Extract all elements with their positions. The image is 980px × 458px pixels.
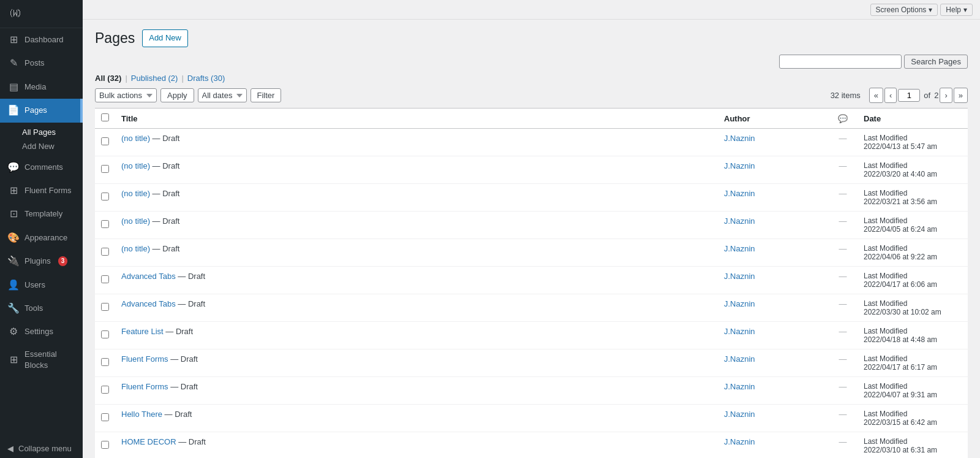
row-checkbox[interactable] — [101, 358, 109, 366]
page-number-input[interactable] — [898, 89, 920, 102]
row-checkbox[interactable] — [101, 441, 109, 449]
page-title-link[interactable]: Feature List — [121, 327, 164, 336]
author-link[interactable]: J.Naznin — [724, 437, 755, 446]
sidebar-item-users[interactable]: 👤 Users — [0, 273, 83, 297]
author-link[interactable]: J.Naznin — [724, 272, 755, 281]
sidebar-item-posts[interactable]: ✎ Posts — [0, 52, 83, 75]
date-value: 2022/03/21 at 3:56 am — [864, 197, 962, 206]
page-title-link[interactable]: Hello There — [121, 410, 162, 419]
sidebar-sub-add-new[interactable]: Add New — [22, 139, 83, 153]
row-checkbox-cell — [95, 432, 115, 458]
author-link[interactable]: J.Naznin — [724, 354, 755, 364]
table-controls: Bulk actions Apply All dates Filter 32 i… — [95, 88, 968, 104]
comments-icon: 💬 — [7, 161, 20, 174]
row-checkbox[interactable] — [101, 248, 109, 256]
author-link[interactable]: J.Naznin — [724, 134, 755, 143]
row-date-cell: Last Modified 2022/04/18 at 4:48 am — [858, 322, 968, 349]
page-title-link[interactable]: (no title) — [121, 134, 150, 143]
page-title-link[interactable]: (no title) — [121, 244, 150, 253]
author-link[interactable]: J.Naznin — [724, 327, 755, 336]
last-page-button[interactable]: » — [954, 88, 968, 104]
add-new-button[interactable]: Add New — [142, 29, 188, 47]
filter-drafts[interactable]: Drafts (30) — [187, 74, 225, 83]
sidebar-item-fluent-forms[interactable]: ⊞ Fluent Forms — [0, 179, 83, 202]
row-checkbox[interactable] — [101, 330, 109, 338]
row-checkbox[interactable] — [101, 386, 109, 394]
comment-bubble-icon: 💬 — [838, 114, 848, 123]
row-checkbox-cell — [95, 294, 115, 322]
date-value: 2022/03/30 at 10:02 am — [864, 308, 962, 316]
bulk-actions-select[interactable]: Bulk actions — [95, 88, 157, 102]
author-link[interactable]: J.Naznin — [724, 161, 755, 170]
filter-published[interactable]: Published (2) — [131, 74, 178, 83]
col-author-header[interactable]: Author — [718, 109, 828, 129]
date-filter-select[interactable]: All dates — [198, 88, 247, 102]
page-title-link[interactable]: Fluent Forms — [121, 354, 168, 364]
row-checkbox[interactable] — [101, 220, 109, 228]
first-page-button[interactable]: « — [869, 88, 883, 104]
wordpress-icon: 🄦 — [10, 7, 21, 20]
next-page-button[interactable]: › — [940, 88, 952, 104]
sidebar-item-media[interactable]: ▤ Media — [0, 75, 83, 99]
author-link[interactable]: J.Naznin — [724, 244, 755, 253]
page-title-link[interactable]: Advanced Tabs — [121, 272, 176, 281]
page-title-link[interactable]: HOME DECOR — [121, 437, 176, 446]
help-button[interactable]: Help ▾ — [940, 4, 973, 16]
sidebar-item-settings[interactable]: ⚙ Settings — [0, 320, 83, 343]
row-title-cell: (no title) — Draft — [115, 212, 718, 239]
prev-page-button[interactable]: ‹ — [884, 88, 897, 104]
apply-button[interactable]: Apply — [160, 88, 194, 102]
select-all-checkbox[interactable] — [101, 113, 109, 121]
table-controls-left: Bulk actions Apply All dates Filter — [95, 88, 281, 102]
page-title-link[interactable]: Advanced Tabs — [121, 299, 176, 308]
author-link[interactable]: J.Naznin — [724, 216, 755, 226]
sidebar-pages-submenu: All Pages Add New — [0, 123, 83, 156]
page-status: — Draft — [153, 244, 180, 253]
filter-all[interactable]: All (32) — [95, 74, 121, 83]
screen-options-button[interactable]: Screen Options ▾ — [870, 4, 938, 16]
row-checkbox[interactable] — [101, 413, 109, 421]
row-checkbox[interactable] — [101, 137, 109, 145]
row-checkbox[interactable] — [101, 303, 109, 311]
row-author-cell: J.Naznin — [718, 349, 828, 377]
row-checkbox-cell — [95, 322, 115, 349]
comment-dash: — — [839, 244, 847, 253]
page-title-link[interactable]: (no title) — [121, 189, 150, 198]
sidebar-item-appearance[interactable]: 🎨 Appearance — [0, 226, 83, 250]
sidebar-item-templately[interactable]: ⊡ Templately — [0, 202, 83, 226]
row-checkbox[interactable] — [101, 193, 109, 200]
row-date-cell: Last Modified 2022/03/21 at 3:56 am — [858, 184, 968, 212]
sidebar-item-tools[interactable]: 🔧 Tools — [0, 297, 83, 320]
date-value: 2022/04/13 at 5:47 am — [864, 142, 962, 151]
date-label: Last Modified — [864, 272, 962, 280]
collapse-menu-button[interactable]: ◀ Collapse menu — [0, 439, 83, 458]
sidebar-item-essential-blocks[interactable]: ⊞ Essential Blocks — [0, 344, 83, 376]
page-title-link[interactable]: (no title) — [121, 161, 150, 170]
sidebar-logo: 🄦 — [0, 0, 83, 28]
sidebar-item-dashboard[interactable]: ⊞ Dashboard — [0, 28, 83, 52]
author-link[interactable]: J.Naznin — [724, 299, 755, 308]
filter-button[interactable]: Filter — [251, 88, 282, 102]
search-pages-button[interactable]: Search Pages — [904, 55, 968, 69]
page-title-link[interactable]: Fluent Forms — [121, 382, 168, 391]
sidebar-label-comments: Comments — [24, 162, 63, 173]
page-title-link[interactable]: (no title) — [121, 216, 150, 226]
sidebar-sub-all-pages[interactable]: All Pages — [22, 125, 83, 139]
col-date-header[interactable]: Date — [858, 109, 968, 129]
row-title-cell: (no title) — Draft — [115, 184, 718, 212]
row-checkbox[interactable] — [101, 275, 109, 283]
author-link[interactable]: J.Naznin — [724, 382, 755, 391]
sidebar-label-plugins: Plugins — [24, 256, 51, 267]
sidebar-item-pages[interactable]: 📄 Pages — [0, 99, 83, 122]
author-link[interactable]: J.Naznin — [724, 189, 755, 198]
row-date-cell: Last Modified 2022/04/07 at 9:31 am — [858, 377, 968, 405]
sidebar-label-essential-blocks: Essential Blocks — [24, 349, 75, 371]
screen-options-chevron-icon: ▾ — [929, 6, 932, 14]
author-link[interactable]: J.Naznin — [724, 410, 755, 419]
sidebar-label-fluent-forms: Fluent Forms — [24, 185, 72, 196]
row-checkbox[interactable] — [101, 165, 109, 173]
sidebar-item-plugins[interactable]: 🔌 Plugins 3 — [0, 250, 83, 273]
sidebar-item-comments[interactable]: 💬 Comments — [0, 156, 83, 179]
search-input[interactable] — [779, 55, 902, 69]
col-title-header[interactable]: Title — [115, 109, 718, 129]
